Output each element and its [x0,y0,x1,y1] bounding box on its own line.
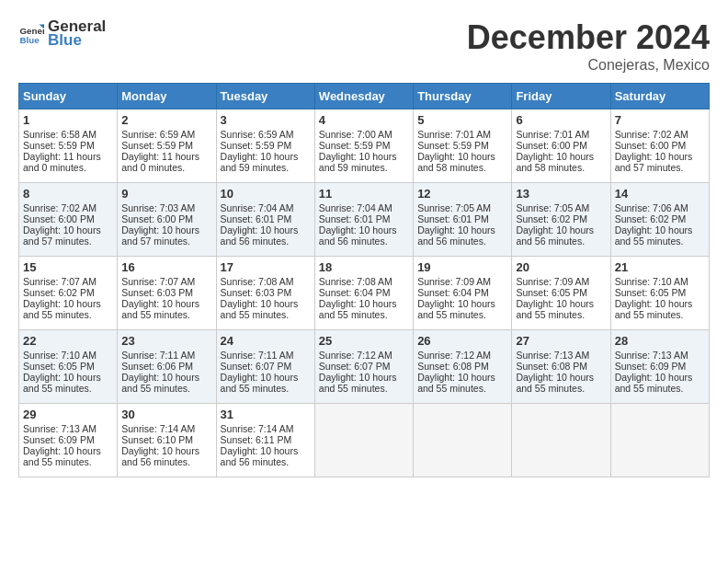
day-cell-23: 23Sunrise: 7:11 AMSunset: 6:06 PMDayligh… [118,330,216,404]
sunset-text: Sunset: 6:11 PM [221,434,292,445]
empty-cell [414,404,512,477]
sunset-text: Sunset: 6:02 PM [23,287,95,298]
day-number: 13 [516,187,606,201]
day-number: 31 [221,408,311,421]
daylight-text: Daylight: 10 hours and 55 minutes. [516,372,594,394]
daylight-text: Daylight: 10 hours and 56 minutes. [417,224,495,247]
sunset-text: Sunset: 5:59 PM [319,140,391,151]
day-number: 16 [121,260,211,274]
week-row-5: 29Sunrise: 7:13 AMSunset: 6:09 PMDayligh… [19,404,710,477]
sunset-text: Sunset: 6:08 PM [417,361,489,372]
daylight-text: Daylight: 10 hours and 55 minutes. [615,224,693,247]
daylight-text: Daylight: 10 hours and 55 minutes. [221,372,299,394]
sunrise-text: Sunrise: 7:03 AM [121,202,195,213]
location-title: Conejeras, Mexico [467,57,710,74]
day-number: 10 [221,187,311,201]
day-number: 11 [319,187,409,201]
svg-text:Blue: Blue [19,34,40,44]
week-row-3: 15Sunrise: 7:07 AMSunset: 6:02 PMDayligh… [19,257,710,330]
sunrise-text: Sunrise: 7:14 AM [221,423,294,434]
sunrise-text: Sunrise: 7:11 AM [221,350,294,361]
logo-icon: General Blue [18,21,44,47]
daylight-text: Daylight: 10 hours and 55 minutes. [417,372,495,394]
sunset-text: Sunset: 6:00 PM [121,213,193,224]
daylight-text: Daylight: 10 hours and 59 minutes. [221,151,299,173]
day-cell-31: 31Sunrise: 7:14 AMSunset: 6:11 PMDayligh… [216,404,314,477]
daylight-text: Daylight: 10 hours and 56 minutes. [121,445,199,467]
sunrise-text: Sunrise: 7:13 AM [516,350,589,361]
sunrise-text: Sunrise: 7:14 AM [121,423,195,434]
header-friday: Friday [512,84,610,109]
daylight-text: Daylight: 10 hours and 55 minutes. [319,372,397,394]
sunset-text: Sunset: 6:10 PM [121,434,193,445]
daylight-text: Daylight: 11 hours and 0 minutes. [23,151,101,173]
empty-cell [610,404,709,477]
day-number: 15 [23,260,113,274]
sunrise-text: Sunrise: 7:12 AM [417,350,491,361]
day-cell-28: 28Sunrise: 7:13 AMSunset: 6:09 PMDayligh… [610,330,709,404]
sunset-text: Sunset: 6:01 PM [221,213,292,224]
sunrise-text: Sunrise: 7:08 AM [319,276,392,287]
header-wednesday: Wednesday [314,84,413,109]
empty-cell [314,404,413,477]
day-cell-27: 27Sunrise: 7:13 AMSunset: 6:08 PMDayligh… [512,330,610,404]
day-cell-13: 13Sunrise: 7:05 AMSunset: 6:02 PMDayligh… [512,183,610,257]
header-thursday: Thursday [414,84,512,109]
header-tuesday: Tuesday [216,84,314,109]
day-number: 6 [516,113,606,127]
day-number: 8 [23,187,113,201]
sunset-text: Sunset: 6:03 PM [121,287,193,298]
daylight-text: Daylight: 10 hours and 55 minutes. [121,298,199,320]
sunrise-text: Sunrise: 7:02 AM [23,202,97,213]
day-number: 30 [121,408,211,421]
daylight-text: Daylight: 10 hours and 59 minutes. [319,151,397,173]
sunrise-text: Sunrise: 7:05 AM [516,202,589,213]
day-number: 1 [23,113,113,127]
sunrise-text: Sunrise: 7:13 AM [615,350,688,361]
day-cell-4: 4Sunrise: 7:00 AMSunset: 5:59 PMDaylight… [314,109,413,183]
sunset-text: Sunset: 6:07 PM [319,361,391,372]
daylight-text: Daylight: 10 hours and 55 minutes. [615,372,693,394]
day-cell-30: 30Sunrise: 7:14 AMSunset: 6:10 PMDayligh… [118,404,216,477]
day-cell-2: 2Sunrise: 6:59 AMSunset: 5:59 PMDaylight… [118,109,216,183]
sunrise-text: Sunrise: 7:07 AM [121,276,195,287]
daylight-text: Daylight: 10 hours and 55 minutes. [615,298,693,320]
logo: General Blue General Blue [18,18,106,49]
day-number: 19 [417,260,507,274]
header-monday: Monday [118,84,216,109]
header: General Blue General Blue December 2024 … [18,18,710,74]
week-row-4: 22Sunrise: 7:10 AMSunset: 6:05 PMDayligh… [19,330,710,404]
sunrise-text: Sunrise: 7:04 AM [319,202,392,213]
daylight-text: Daylight: 10 hours and 57 minutes. [121,224,199,247]
sunset-text: Sunset: 6:02 PM [516,213,587,224]
sunrise-text: Sunrise: 7:04 AM [221,202,294,213]
sunset-text: Sunset: 5:59 PM [221,140,292,151]
daylight-text: Daylight: 10 hours and 55 minutes. [221,298,299,320]
day-cell-15: 15Sunrise: 7:07 AMSunset: 6:02 PMDayligh… [19,257,118,330]
daylight-text: Daylight: 10 hours and 55 minutes. [319,298,397,320]
daylight-text: Daylight: 10 hours and 56 minutes. [221,445,299,467]
daylight-text: Daylight: 10 hours and 57 minutes. [23,224,101,247]
daylight-text: Daylight: 10 hours and 56 minutes. [221,224,299,247]
day-cell-19: 19Sunrise: 7:09 AMSunset: 6:04 PMDayligh… [414,257,512,330]
day-number: 23 [121,334,211,348]
day-cell-11: 11Sunrise: 7:04 AMSunset: 6:01 PMDayligh… [314,183,413,257]
sunrise-text: Sunrise: 7:00 AM [319,129,392,140]
sunrise-text: Sunrise: 6:58 AM [23,129,97,140]
daylight-text: Daylight: 10 hours and 55 minutes. [417,298,495,320]
sunset-text: Sunset: 6:00 PM [615,140,687,151]
day-number: 25 [319,334,409,348]
empty-cell [512,404,610,477]
day-number: 26 [417,334,507,348]
daylight-text: Daylight: 10 hours and 55 minutes. [121,372,199,394]
day-number: 4 [319,113,409,127]
day-cell-3: 3Sunrise: 6:59 AMSunset: 5:59 PMDaylight… [216,109,314,183]
daylight-text: Daylight: 10 hours and 58 minutes. [516,151,594,173]
day-number: 14 [615,187,705,201]
day-number: 20 [516,260,606,274]
day-cell-18: 18Sunrise: 7:08 AMSunset: 6:04 PMDayligh… [314,257,413,330]
daylight-text: Daylight: 10 hours and 55 minutes. [23,445,101,467]
sunset-text: Sunset: 6:05 PM [615,287,687,298]
day-number: 27 [516,334,606,348]
sunset-text: Sunset: 6:07 PM [221,361,292,372]
